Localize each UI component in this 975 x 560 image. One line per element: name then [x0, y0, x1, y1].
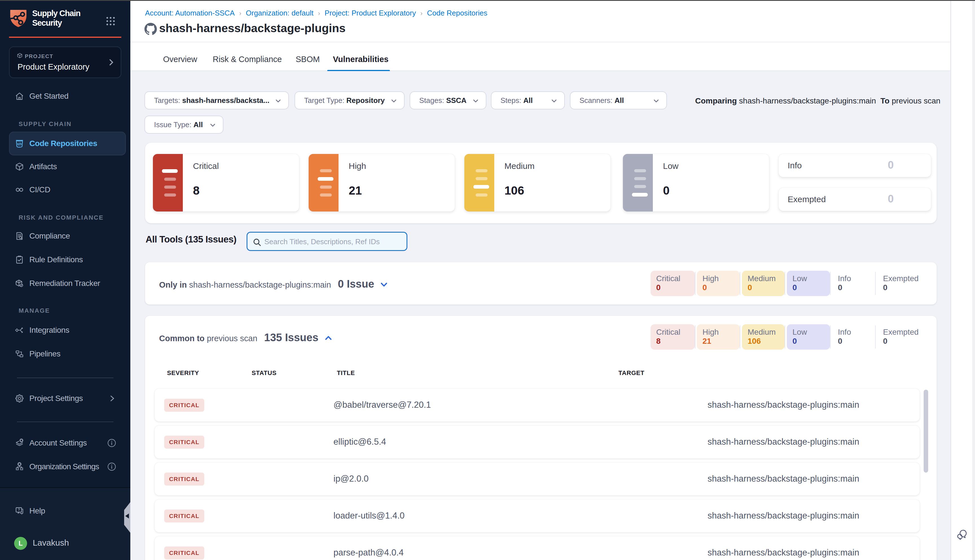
svg-text:?: ?	[18, 508, 20, 512]
